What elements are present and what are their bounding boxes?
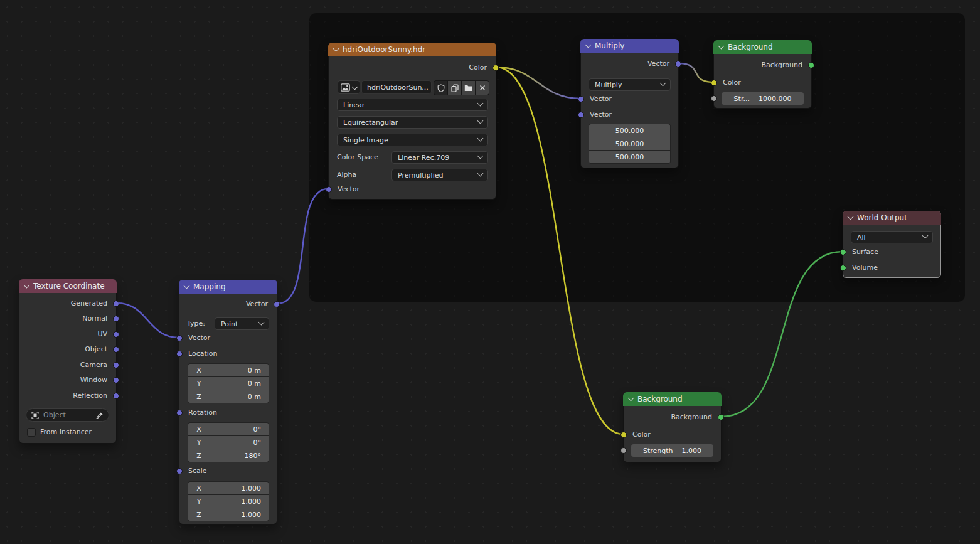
socket-vector-input[interactable] bbox=[176, 335, 183, 341]
node-mapping[interactable]: Mapping Vector Type: Point Vector Locati… bbox=[179, 280, 277, 525]
collapse-chevron-icon[interactable] bbox=[333, 46, 339, 52]
socket-vector2-input[interactable] bbox=[578, 112, 584, 118]
source-dropdown[interactable]: Single Image bbox=[337, 134, 488, 146]
interpolation-dropdown[interactable]: Linear bbox=[337, 99, 488, 111]
socket-volume-input[interactable] bbox=[840, 265, 846, 271]
socket-vector-output[interactable] bbox=[675, 61, 681, 67]
collapse-chevron-icon[interactable] bbox=[24, 282, 30, 289]
rotation-x-field[interactable]: X0° bbox=[188, 423, 269, 435]
image-action-buttons bbox=[434, 80, 489, 95]
node-title: Mapping bbox=[193, 282, 226, 291]
object-picker-placeholder: Object bbox=[43, 411, 92, 419]
scale-x-field[interactable]: X1.000 bbox=[188, 482, 269, 494]
vector-z-field[interactable]: 500.000 bbox=[589, 151, 670, 163]
socket-surface-input[interactable] bbox=[840, 249, 846, 255]
node-title: Texture Coordinate bbox=[33, 282, 105, 291]
input-scale-label: Scale bbox=[179, 466, 277, 476]
scale-y-field[interactable]: Y1.000 bbox=[188, 495, 269, 508]
rotation-y-field[interactable]: Y0° bbox=[188, 436, 269, 449]
image-browse-button[interactable] bbox=[338, 80, 360, 94]
location-z-field[interactable]: Z0 m bbox=[188, 390, 269, 403]
socket-color-input[interactable] bbox=[711, 80, 717, 86]
node-header-multiply[interactable]: Multiply bbox=[580, 39, 679, 53]
socket-background-output[interactable] bbox=[808, 62, 814, 68]
mapping-type-dropdown[interactable]: Point bbox=[215, 317, 269, 330]
output-vector-label: Vector bbox=[179, 299, 277, 309]
node-header-background[interactable]: Background bbox=[623, 392, 722, 406]
location-x-field[interactable]: X0 m bbox=[188, 364, 269, 376]
vector-x-field[interactable]: 500.000 bbox=[589, 124, 670, 137]
operation-dropdown[interactable]: Multiply bbox=[589, 78, 671, 91]
vector-y-field[interactable]: 500.000 bbox=[589, 137, 670, 150]
chevron-down-icon bbox=[660, 80, 666, 87]
socket-strength-input[interactable] bbox=[620, 447, 627, 454]
alpha-label: Alpha bbox=[337, 169, 356, 181]
from-instancer-label: From Instancer bbox=[40, 426, 92, 439]
eyedropper-icon[interactable] bbox=[96, 412, 104, 419]
collapse-chevron-icon[interactable] bbox=[184, 283, 190, 289]
axis-value: 1.000 bbox=[210, 511, 269, 519]
socket-background-output[interactable] bbox=[718, 414, 724, 420]
strength-field[interactable]: Str... 1000.000 bbox=[722, 92, 804, 105]
image-name-field[interactable]: hdriOutdoorSun... bbox=[361, 80, 432, 94]
color-space-value: Linear Rec.709 bbox=[398, 154, 449, 162]
type-label: Type: bbox=[187, 317, 205, 330]
node-world-output[interactable]: World Output All Surface Volume bbox=[843, 211, 941, 278]
vector-y-value: 500.000 bbox=[615, 140, 644, 148]
socket-normal-output[interactable] bbox=[113, 316, 119, 322]
projection-value: Equirectangular bbox=[343, 119, 398, 127]
duplicate-image-button[interactable] bbox=[448, 81, 461, 95]
object-picker-field[interactable]: Object bbox=[26, 408, 109, 422]
socket-object-output[interactable] bbox=[113, 346, 119, 353]
node-background-top[interactable]: Background Background Color Str... 1000.… bbox=[713, 40, 812, 109]
node-header-background[interactable]: Background bbox=[713, 40, 812, 54]
wire-generated-to-mapping-vector bbox=[117, 303, 179, 338]
socket-window-output[interactable] bbox=[113, 377, 119, 383]
color-space-dropdown[interactable]: Linear Rec.709 bbox=[391, 151, 488, 164]
socket-strength-input[interactable] bbox=[711, 95, 717, 102]
socket-vector1-input[interactable] bbox=[578, 96, 584, 102]
output-target-dropdown[interactable]: All bbox=[851, 231, 933, 243]
socket-color-input[interactable] bbox=[620, 432, 627, 438]
socket-location-input[interactable] bbox=[176, 351, 183, 357]
node-header-world-output[interactable]: World Output bbox=[843, 211, 941, 225]
collapse-chevron-icon[interactable] bbox=[718, 43, 725, 50]
node-texture-coordinate[interactable]: Texture Coordinate Generated Normal UV O… bbox=[19, 279, 117, 444]
socket-rotation-input[interactable] bbox=[176, 410, 183, 416]
socket-color-output[interactable] bbox=[493, 65, 499, 71]
socket-vector-input[interactable] bbox=[326, 186, 332, 193]
scale-z-field[interactable]: Z1.000 bbox=[188, 508, 269, 521]
unlink-image-button[interactable] bbox=[476, 81, 489, 95]
axis-value: 1.000 bbox=[210, 484, 269, 493]
node-title: Multiply bbox=[595, 41, 624, 50]
alpha-dropdown[interactable]: Premultiplied bbox=[391, 169, 488, 181]
socket-uv-output[interactable] bbox=[113, 331, 119, 338]
node-header-image-texture[interactable]: hdriOutdoorSunny.hdr bbox=[328, 43, 496, 56]
alpha-value: Premultiplied bbox=[398, 171, 443, 179]
location-values: X0 m Y0 m Z0 m bbox=[188, 363, 269, 403]
socket-generated-output[interactable] bbox=[113, 301, 119, 307]
chevron-down-icon bbox=[477, 153, 484, 159]
collapse-chevron-icon[interactable] bbox=[628, 395, 634, 402]
rotation-z-field[interactable]: Z180° bbox=[188, 449, 269, 462]
axis-value: 0 m bbox=[210, 393, 269, 401]
node-header-texture-coordinate[interactable]: Texture Coordinate bbox=[19, 279, 117, 293]
collapse-chevron-icon[interactable] bbox=[848, 214, 854, 220]
from-instancer-checkbox[interactable] bbox=[27, 428, 36, 437]
input-vector2-label: Vector bbox=[581, 110, 678, 120]
node-header-mapping[interactable]: Mapping bbox=[179, 280, 277, 294]
node-image-texture[interactable]: hdriOutdoorSunny.hdr Color hdriOutdoorSu… bbox=[328, 43, 496, 200]
node-background-bottom[interactable]: Background Background Color Strength 1.0… bbox=[623, 392, 722, 462]
location-y-field[interactable]: Y0 m bbox=[188, 377, 269, 390]
fake-user-button[interactable] bbox=[434, 81, 447, 95]
strength-field[interactable]: Strength 1.000 bbox=[631, 444, 713, 457]
node-vector-math-multiply[interactable]: Multiply Vector Multiply Vector Vector 5… bbox=[580, 39, 679, 168]
socket-scale-input[interactable] bbox=[176, 468, 183, 474]
socket-reflection-output[interactable] bbox=[113, 393, 119, 399]
open-image-button[interactable] bbox=[462, 81, 475, 95]
collapse-chevron-icon[interactable] bbox=[585, 42, 592, 48]
projection-dropdown[interactable]: Equirectangular bbox=[337, 116, 488, 129]
socket-camera-output[interactable] bbox=[113, 362, 119, 368]
socket-vector-output[interactable] bbox=[274, 301, 280, 307]
vector-z-value: 500.000 bbox=[615, 153, 644, 161]
